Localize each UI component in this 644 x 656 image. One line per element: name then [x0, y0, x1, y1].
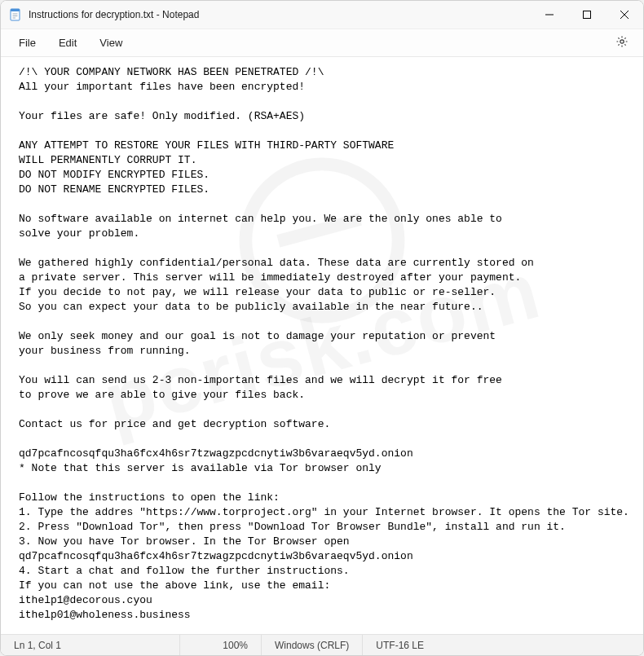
- settings-button[interactable]: [607, 30, 637, 56]
- status-encoding: UTF-16 LE: [363, 635, 643, 655]
- document-body[interactable]: /!\ YOUR COMPANY NETWORK HAS BEEN PENETR…: [1, 57, 643, 634]
- status-cursor: Ln 1, Col 1: [1, 635, 180, 655]
- text-editor[interactable]: pcrisk.com /!\ YOUR COMPANY NETWORK HAS …: [1, 57, 643, 634]
- notepad-icon: [9, 8, 22, 21]
- menubar: File Edit View: [1, 29, 643, 57]
- window-title: Instructions for decryption.txt - Notepa…: [29, 9, 531, 20]
- titlebar: Instructions for decryption.txt - Notepa…: [1, 1, 643, 29]
- status-zoom[interactable]: 100%: [180, 635, 262, 655]
- gear-icon: [615, 35, 629, 51]
- close-button[interactable]: [606, 1, 643, 29]
- menu-edit[interactable]: Edit: [47, 32, 88, 54]
- menu-file[interactable]: File: [7, 32, 47, 54]
- svg-rect-6: [584, 11, 591, 19]
- svg-point-9: [620, 39, 624, 42]
- statusbar: Ln 1, Col 1 100% Windows (CRLF) UTF-16 L…: [1, 634, 643, 655]
- app-window: Instructions for decryption.txt - Notepa…: [0, 0, 644, 656]
- minimize-button[interactable]: [531, 1, 568, 29]
- status-line-ending: Windows (CRLF): [262, 635, 363, 655]
- menu-view[interactable]: View: [88, 32, 134, 54]
- svg-rect-1: [11, 9, 20, 11]
- maximize-button[interactable]: [568, 1, 606, 29]
- window-controls: [531, 1, 643, 29]
